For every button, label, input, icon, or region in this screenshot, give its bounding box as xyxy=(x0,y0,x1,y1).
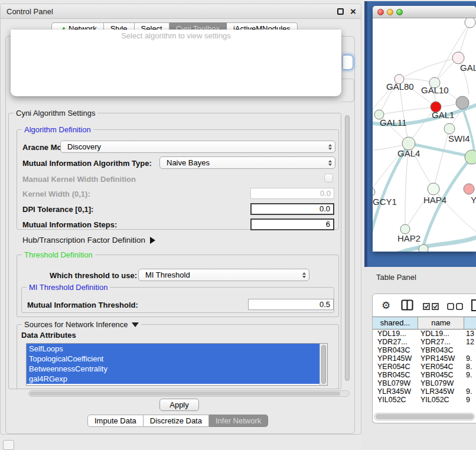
table-row[interactable]: YIL052C YIL052C 9 xyxy=(373,396,476,404)
minimize-traffic-light-icon[interactable] xyxy=(387,9,393,15)
network-node-label: GAL1 xyxy=(432,110,454,120)
mi-algorithm-type-select[interactable]: Naive Bayes xyxy=(159,156,335,169)
table-toolbar: ⚙ xyxy=(373,294,476,317)
data-attribute-item[interactable]: gal4RGexp xyxy=(27,374,319,384)
table-panel-title: Table Panel xyxy=(376,273,416,282)
network-edge[interactable] xyxy=(433,129,449,189)
mi-threshold-input[interactable]: 0.5 xyxy=(248,299,334,310)
tab[interactable]: Impute Data xyxy=(87,415,144,427)
stepper-icon xyxy=(326,158,334,167)
column-header[interactable] xyxy=(464,317,476,329)
new-table-icon[interactable] xyxy=(471,299,476,314)
network-view-window[interactable]: GALGAL80GAL10GAL1GAL11SWI4GAL4GCY1HAP4YH… xyxy=(373,6,476,252)
table-row[interactable]: YBL079W YBL079W xyxy=(373,379,476,387)
mi-threshold-label: Mutual Information Threshold: xyxy=(27,301,138,309)
collapse-down-icon xyxy=(132,322,139,327)
close-icon[interactable]: × xyxy=(350,5,356,19)
attributes-vertical-scrollbar[interactable] xyxy=(319,344,327,385)
data-attributes-list[interactable]: SelfLoopsTopologicalCoefficientBetweenne… xyxy=(26,343,328,386)
network-edge[interactable] xyxy=(399,58,458,79)
tab[interactable]: Infer Network xyxy=(209,415,268,427)
network-node[interactable] xyxy=(444,123,455,134)
network-edge[interactable] xyxy=(436,22,470,81)
network-node-label: Y xyxy=(471,195,476,205)
stepper-icon xyxy=(326,142,334,151)
settings-vertical-scrollbar[interactable] xyxy=(345,114,350,388)
network-node[interactable] xyxy=(465,17,475,28)
network-node[interactable] xyxy=(419,244,428,252)
which-threshold-label: Which threshold to use: xyxy=(50,271,137,280)
dpi-tolerance-label: DPI Tolerance [0,1]: xyxy=(22,205,93,214)
network-node-label: HAP4 xyxy=(423,195,446,205)
table-horizontal-scrollbar[interactable] xyxy=(374,413,475,420)
network-node-label: HAP2 xyxy=(397,233,420,243)
tab-label: Discretize Data xyxy=(150,415,202,426)
network-node[interactable] xyxy=(452,52,464,64)
gear-icon[interactable]: ⚙ xyxy=(382,299,390,311)
network-edge-thick[interactable] xyxy=(462,107,474,151)
data-attributes-label: Data Attributes xyxy=(21,331,76,340)
network-node[interactable] xyxy=(400,224,410,234)
cyni-bottom-tabbar: Impute Data Discretize Data Infer Networ… xyxy=(87,415,268,427)
network-node[interactable] xyxy=(464,184,474,194)
tab[interactable]: Discretize Data xyxy=(144,415,209,427)
network-node-label: GAL xyxy=(460,63,476,73)
table-row[interactable]: YBR043C YBR043C xyxy=(373,346,476,354)
tab-label: Impute Data xyxy=(94,415,136,426)
table-row[interactable]: YDR27... YDR27... 12 xyxy=(373,338,476,346)
network-node[interactable] xyxy=(373,187,375,197)
column-header[interactable]: name xyxy=(418,317,464,329)
algorithm-dropdown-popup: Select algorithm to view settings xyxy=(11,30,341,96)
network-node-label: GAL10 xyxy=(421,85,449,95)
table-row[interactable]: YER054C YER054C 8. xyxy=(373,363,476,371)
table-header-row: shared... name xyxy=(373,317,476,330)
network-node[interactable] xyxy=(428,183,439,195)
algorithm-definition-title: Algorithm Definition xyxy=(22,125,93,134)
node-table: ⚙ xyxy=(372,294,476,423)
application-root: Control Panel × Network Sty xyxy=(0,0,476,450)
panel-title: Control Panel xyxy=(6,4,53,19)
collapse-right-icon xyxy=(150,237,155,244)
network-node-label: GAL4 xyxy=(397,148,420,158)
columns-icon[interactable] xyxy=(401,299,413,313)
float-panel-icon[interactable] xyxy=(337,8,344,15)
mi-steps-label: Mutual Information Steps: xyxy=(22,220,117,229)
tab-label: Infer Network xyxy=(216,415,261,426)
manual-kernel-width-label: Manual Kernel Width Definition xyxy=(22,175,136,184)
network-node-label: GCY1 xyxy=(373,197,397,207)
column-header[interactable]: shared... xyxy=(373,317,418,329)
sources-group-title[interactable]: Sources for Network Inference xyxy=(22,320,141,329)
select-all-checkboxes-icon[interactable] xyxy=(423,302,439,312)
threshold-definition-title: Threshold Definition xyxy=(22,250,95,259)
network-canvas[interactable]: GALGAL80GAL10GAL1GAL11SWI4GAL4GCY1HAP4YH… xyxy=(373,6,476,252)
table-row[interactable]: YPR145W YPR145W 9. xyxy=(373,354,476,363)
dpi-tolerance-input[interactable]: 0.0 xyxy=(250,203,334,215)
deselect-all-checkboxes-icon[interactable] xyxy=(447,302,463,312)
mi-algorithm-type-label: Mutual Information Algorithm Type: xyxy=(22,159,152,168)
table-row[interactable]: YLR345W YLR345W 9. xyxy=(373,387,476,396)
network-node-label: GAL80 xyxy=(386,81,414,92)
table-row[interactable]: YBR045C YBR045C 9. xyxy=(373,371,476,379)
kernel-width-input[interactable]: 0.0 xyxy=(250,188,334,199)
kernel-width-label: Kernel Width (0,1): xyxy=(22,190,90,198)
close-traffic-light-icon[interactable] xyxy=(377,9,384,15)
which-threshold-select[interactable]: MI Threshold xyxy=(138,269,309,281)
network-node[interactable] xyxy=(456,96,469,109)
panel-grip-button[interactable] xyxy=(3,440,14,450)
zoom-traffic-light-icon[interactable] xyxy=(396,9,403,15)
manual-kernel-width-checkbox[interactable] xyxy=(324,174,333,182)
data-attribute-item[interactable]: BetweennessCentrality xyxy=(27,364,319,374)
mi-threshold-definition-title: MI Threshold Definition xyxy=(27,283,110,292)
table-row[interactable]: YDL19... YDL19... 13 xyxy=(373,330,476,338)
data-attribute-item[interactable]: TopologicalCoefficient xyxy=(27,354,319,364)
network-node[interactable] xyxy=(465,150,476,164)
inference-algorithm-combobox-fragment[interactable] xyxy=(343,55,353,70)
network-window-titlebar[interactable] xyxy=(373,6,476,18)
aracne-mode-select[interactable]: Discovery xyxy=(60,141,335,153)
network-edge[interactable] xyxy=(379,107,436,115)
data-attribute-item[interactable]: SelfLoops xyxy=(27,344,319,354)
apply-button[interactable]: Apply xyxy=(159,399,199,411)
hub-definition-toggle[interactable]: Hub/Transcription Factor Definition xyxy=(22,236,155,244)
mi-steps-input[interactable]: 6 xyxy=(250,219,334,230)
settings-horizontal-scrollbar[interactable] xyxy=(28,390,350,397)
